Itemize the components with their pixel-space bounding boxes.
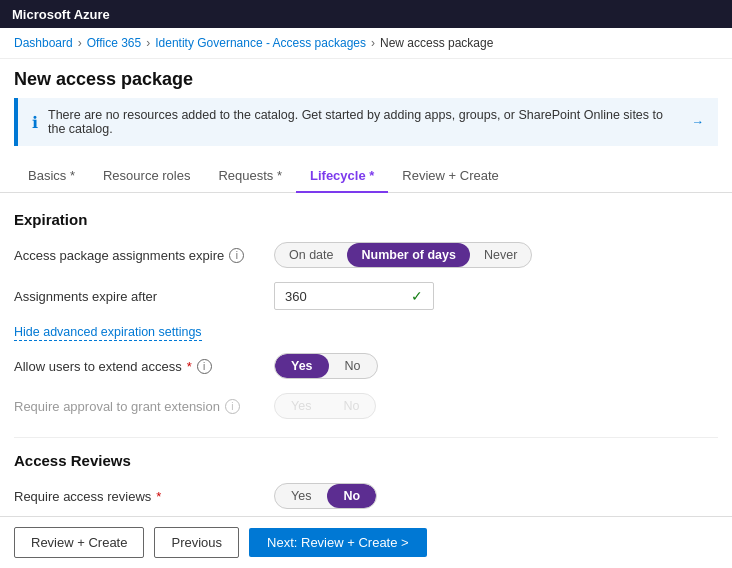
assignments-expire-info[interactable]: i — [229, 248, 244, 263]
require-reviews-yes[interactable]: Yes — [275, 484, 327, 508]
expire-toggle-group: On date Number of days Never — [274, 242, 532, 268]
tab-review-create[interactable]: Review + Create — [388, 160, 512, 193]
allow-extend-yes[interactable]: Yes — [275, 354, 329, 378]
breadcrumb-dashboard[interactable]: Dashboard — [14, 36, 73, 50]
tabs: Basics * Resource roles Requests * Lifec… — [0, 160, 732, 193]
breadcrumb-office365[interactable]: Office 365 — [87, 36, 141, 50]
info-icon: ℹ — [32, 113, 38, 132]
require-reviews-no[interactable]: No — [327, 484, 376, 508]
toggle-number-of-days[interactable]: Number of days — [347, 243, 469, 267]
allow-extend-toggle: Yes No — [274, 353, 378, 379]
info-banner-text: There are no resources added to the cata… — [48, 108, 684, 136]
breadcrumb-identity-governance[interactable]: Identity Governance - Access packages — [155, 36, 366, 50]
allow-extend-row: Allow users to extend access * i Yes No — [14, 353, 718, 379]
require-approval-toggle: Yes No — [274, 393, 376, 419]
require-reviews-required: * — [156, 489, 161, 504]
allow-extend-info[interactable]: i — [197, 359, 212, 374]
top-bar-title: Microsoft Azure — [12, 7, 110, 22]
tab-lifecycle[interactable]: Lifecycle * — [296, 160, 388, 193]
review-create-button[interactable]: Review + Create — [14, 527, 144, 558]
info-arrow[interactable]: → — [692, 115, 705, 129]
hide-settings-row: Hide advanced expiration settings — [14, 324, 718, 339]
access-reviews-heading: Access Reviews — [14, 452, 718, 469]
allow-extend-label: Allow users to extend access * i — [14, 359, 274, 374]
top-bar: Microsoft Azure — [0, 0, 732, 28]
expire-after-label: Assignments expire after — [14, 289, 274, 304]
breadcrumb-current: New access package — [380, 36, 493, 50]
allow-extend-no[interactable]: No — [329, 354, 377, 378]
require-reviews-toggle: Yes No — [274, 483, 377, 509]
require-approval-info[interactable]: i — [225, 399, 240, 414]
content-area: Expiration Access package assignments ex… — [0, 211, 732, 509]
page-title: New access package — [0, 59, 732, 98]
toggle-never[interactable]: Never — [470, 243, 531, 267]
previous-button[interactable]: Previous — [154, 527, 239, 558]
require-approval-label: Require approval to grant extension i — [14, 399, 274, 414]
require-approval-row: Require approval to grant extension i Ye… — [14, 393, 718, 419]
check-icon: ✓ — [411, 288, 423, 304]
expire-after-row: Assignments expire after 360 ✓ — [14, 282, 718, 310]
hide-advanced-link[interactable]: Hide advanced expiration settings — [14, 325, 202, 341]
assignments-expire-row: Access package assignments expire i On d… — [14, 242, 718, 268]
require-approval-yes: Yes — [275, 394, 327, 418]
allow-extend-required: * — [187, 359, 192, 374]
next-button[interactable]: Next: Review + Create > — [249, 528, 427, 557]
footer: Review + Create Previous Next: Review + … — [0, 516, 732, 568]
section-divider — [14, 437, 718, 438]
expiration-heading: Expiration — [14, 211, 718, 228]
expire-after-value: 360 — [285, 289, 307, 304]
require-approval-no: No — [327, 394, 375, 418]
breadcrumb: Dashboard › Office 365 › Identity Govern… — [0, 28, 732, 59]
tab-resource-roles[interactable]: Resource roles — [89, 160, 204, 193]
expire-after-input[interactable]: 360 ✓ — [274, 282, 434, 310]
info-banner: ℹ There are no resources added to the ca… — [14, 98, 718, 146]
require-reviews-label: Require access reviews * — [14, 489, 274, 504]
assignments-expire-label: Access package assignments expire i — [14, 248, 274, 263]
tab-basics[interactable]: Basics * — [14, 160, 89, 193]
toggle-on-date[interactable]: On date — [275, 243, 347, 267]
require-reviews-row: Require access reviews * Yes No — [14, 483, 718, 509]
tab-requests[interactable]: Requests * — [204, 160, 296, 193]
